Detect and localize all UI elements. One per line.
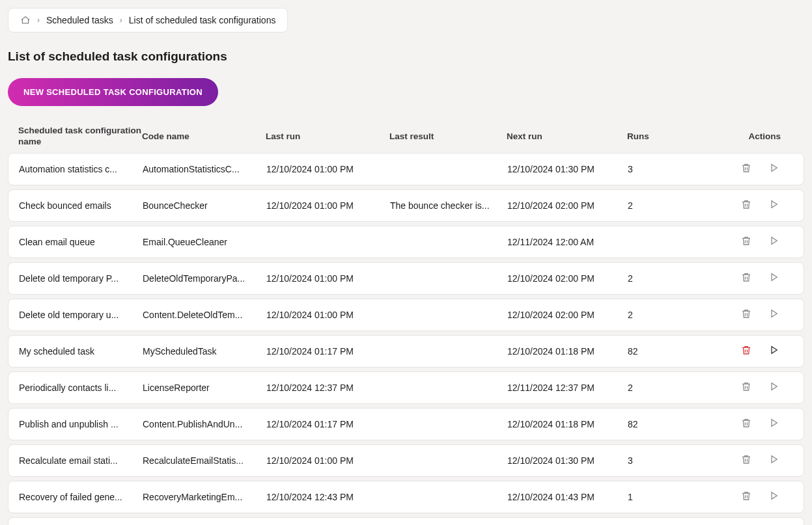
cell-name: Delete old temporary u... [19, 310, 143, 320]
cell-next-run: 12/11/2024 12:37 PM [507, 383, 628, 393]
delete-button[interactable] [740, 345, 753, 358]
cell-next-run: 12/10/2024 02:00 PM [507, 200, 628, 211]
run-button[interactable] [767, 491, 780, 504]
cell-name: My scheduled task [19, 346, 143, 357]
cell-next-run: 12/10/2024 02:00 PM [507, 310, 628, 320]
cell-last-run: 12/10/2024 12:37 PM [266, 383, 390, 393]
cell-next-run: 12/10/2024 01:43 PM [507, 492, 628, 502]
table-row[interactable]: My scheduled taskMyScheduledTask12/10/20… [8, 335, 804, 368]
run-button[interactable] [767, 199, 780, 212]
cell-code: Email.QueueCleaner [143, 237, 266, 247]
cell-code: MyScheduledTask [143, 346, 266, 357]
trash-icon [740, 198, 752, 212]
cell-actions [699, 199, 793, 212]
table-row[interactable]: Publish and unpublish ...Content.Publish… [8, 408, 804, 440]
cell-name: Recalculate email stati... [19, 455, 143, 466]
cell-name: Clean email queue [19, 237, 143, 247]
chevron-right-icon: › [120, 16, 122, 25]
table-row[interactable]: Recalculate email stati...RecalculateEma… [8, 444, 804, 477]
play-icon [768, 453, 779, 467]
col-header-last-run[interactable]: Last run [266, 131, 389, 141]
cell-next-run: 12/10/2024 01:18 PM [507, 419, 628, 429]
cell-runs: 2 [628, 383, 699, 393]
table-row[interactable]: Automation statistics c...AutomationStat… [8, 153, 804, 185]
table-header: Scheduled task configuration name Code n… [8, 119, 804, 153]
home-icon[interactable] [20, 15, 31, 25]
table-row[interactable]: Recovery of failed gene...RecoveryMarket… [8, 481, 804, 513]
run-button[interactable] [767, 418, 780, 431]
play-icon [768, 490, 779, 504]
play-icon [768, 162, 779, 176]
new-scheduled-task-button[interactable]: NEW SCHEDULED TASK CONFIGURATION [8, 78, 218, 106]
play-icon [768, 308, 779, 321]
run-button[interactable] [767, 272, 780, 285]
trash-icon [740, 490, 752, 504]
tasks-table: Scheduled task configuration name Code n… [8, 119, 804, 525]
delete-button[interactable] [740, 272, 753, 285]
cell-actions [699, 454, 793, 467]
cell-code: AutomationStatisticsC... [143, 164, 266, 174]
breadcrumb: › Scheduled tasks › List of scheduled ta… [8, 8, 288, 33]
col-header-last-result[interactable]: Last result [389, 131, 507, 141]
play-icon [768, 271, 779, 285]
run-button[interactable] [767, 163, 780, 176]
table-row[interactable]: Remove temporary ass...ContentItemAssets… [8, 517, 804, 525]
col-header-code[interactable]: Code name [142, 131, 266, 141]
trash-icon [740, 162, 752, 176]
breadcrumb-scheduled-tasks[interactable]: Scheduled tasks [46, 15, 113, 25]
cell-runs: 2 [628, 200, 699, 211]
run-button[interactable] [767, 381, 780, 394]
page-title: List of scheduled task configurations [8, 49, 804, 64]
cell-name: Publish and unpublish ... [19, 419, 143, 429]
cell-actions [699, 236, 793, 249]
delete-button[interactable] [740, 308, 753, 321]
delete-button[interactable] [740, 491, 753, 504]
cell-code: RecalculateEmailStatis... [143, 455, 266, 466]
cell-actions [699, 381, 793, 394]
delete-button[interactable] [740, 236, 753, 249]
cell-last-run: 12/10/2024 01:00 PM [266, 200, 390, 211]
delete-button[interactable] [740, 418, 753, 431]
table-row[interactable]: Clean email queueEmail.QueueCleaner12/11… [8, 226, 804, 258]
table-row[interactable]: Periodically contacts li...LicenseReport… [8, 371, 804, 404]
cell-runs: 2 [628, 273, 699, 284]
cell-code: Content.PublishAndUn... [143, 419, 266, 429]
delete-button[interactable] [740, 199, 753, 212]
table-row[interactable]: Delete old temporary P...DeleteOldTempor… [8, 262, 804, 295]
table-row[interactable]: Check bounced emailsBounceChecker12/10/2… [8, 189, 804, 222]
table-row[interactable]: Delete old temporary u...Content.DeleteO… [8, 299, 804, 331]
run-button[interactable] [767, 345, 780, 358]
cell-actions [699, 345, 793, 358]
cell-runs: 3 [628, 164, 699, 174]
run-button[interactable] [767, 454, 780, 467]
cell-last-run: 12/10/2024 12:43 PM [266, 492, 390, 502]
cell-code: BounceChecker [143, 200, 266, 211]
cell-actions [699, 308, 793, 321]
cell-name: Delete old temporary P... [19, 273, 143, 284]
col-header-name[interactable]: Scheduled task configuration name [18, 126, 142, 148]
delete-button[interactable] [740, 381, 753, 394]
cell-actions [699, 163, 793, 176]
run-button[interactable] [767, 308, 780, 321]
run-button[interactable] [767, 236, 780, 249]
cell-runs: 2 [628, 310, 699, 320]
trash-icon [740, 271, 752, 285]
cell-name: Periodically contacts li... [19, 383, 143, 393]
play-icon [768, 344, 779, 358]
delete-button[interactable] [740, 454, 753, 467]
chevron-right-icon: › [37, 16, 40, 25]
cell-runs: 3 [628, 455, 699, 466]
cell-code: DeleteOldTemporaryPa... [143, 273, 266, 284]
cell-next-run: 12/11/2024 12:00 AM [507, 237, 628, 247]
col-header-next-run[interactable]: Next run [507, 131, 627, 141]
col-header-runs[interactable]: Runs [627, 131, 699, 141]
play-icon [768, 381, 779, 394]
cell-next-run: 12/10/2024 01:30 PM [507, 455, 628, 466]
cell-runs: 1 [628, 492, 699, 502]
trash-icon [740, 381, 752, 394]
cell-actions [699, 491, 793, 504]
cell-last-run: 12/10/2024 01:00 PM [266, 164, 390, 174]
cell-actions [699, 418, 793, 431]
cell-name: Check bounced emails [19, 200, 143, 211]
delete-button[interactable] [740, 163, 753, 176]
